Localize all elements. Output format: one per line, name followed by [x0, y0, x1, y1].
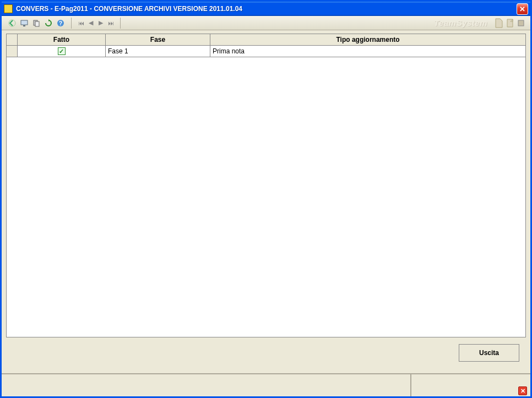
status-bar: ✕ — [2, 373, 530, 396]
grid-header: Fatto Fase Tipo aggiornamento — [7, 34, 525, 46]
doc-icon[interactable] — [494, 18, 504, 29]
column-header-tipo[interactable]: Tipo aggiornamento — [210, 34, 525, 45]
app-window: CONVERS - E-Pag2011 - CONVERSIONE ARCHIV… — [0, 0, 532, 398]
svg-rect-1 — [21, 20, 28, 25]
content-area: Fatto Fase Tipo aggiornamento ✓ Fase 1 P… — [2, 30, 530, 373]
svg-rect-4 — [35, 21, 39, 26]
cell-fase: Fase 1 — [106, 46, 210, 57]
copy-icon[interactable] — [31, 18, 41, 28]
table-row[interactable]: ✓ Fase 1 Prima nota — [7, 46, 525, 57]
app-icon — [4, 4, 13, 13]
toolbar-separator — [120, 18, 121, 29]
close-button[interactable]: ✕ — [517, 3, 528, 15]
titlebar: CONVERS - E-Pag2011 - CONVERSIONE ARCHIV… — [2, 2, 530, 16]
column-header-fase[interactable]: Fase — [106, 34, 210, 45]
cell-fatto: ✓ — [18, 46, 106, 57]
monitor-icon[interactable] — [19, 18, 29, 28]
row-selector[interactable] — [7, 46, 18, 57]
row-selector-header[interactable] — [7, 34, 18, 45]
nav-last-icon[interactable]: ⏭ — [107, 19, 115, 27]
svg-rect-2 — [23, 25, 25, 26]
toolbar: ? ⏮ ◀ ▶ ⏭ TeamSystem — [2, 16, 530, 30]
nav-first-icon[interactable]: ⏮ — [77, 19, 85, 27]
refresh-icon[interactable] — [44, 18, 53, 28]
check-icon: ✓ — [58, 47, 66, 55]
cell-tipo: Prima nota — [210, 46, 525, 57]
brand-logo: TeamSystem — [434, 18, 493, 28]
column-header-fatto[interactable]: Fatto — [18, 34, 106, 45]
svg-text:?: ? — [59, 20, 62, 26]
stop-icon[interactable] — [516, 18, 526, 29]
data-grid: Fatto Fase Tipo aggiornamento ✓ Fase 1 P… — [6, 34, 526, 337]
nav-next-icon[interactable]: ▶ — [97, 19, 105, 27]
help-icon[interactable]: ? — [56, 18, 66, 28]
toolbar-separator — [71, 18, 72, 29]
back-icon[interactable] — [7, 18, 17, 28]
status-close-icon[interactable]: ✕ — [518, 386, 527, 395]
doc-fold-icon[interactable] — [505, 18, 515, 29]
nav-prev-icon[interactable]: ◀ — [87, 19, 95, 27]
svg-rect-7 — [518, 20, 524, 26]
footer: Uscita — [6, 337, 526, 368]
status-left — [2, 374, 411, 396]
exit-button[interactable]: Uscita — [459, 344, 519, 362]
doc-icons-group — [494, 18, 528, 29]
status-right: ✕ — [411, 374, 530, 396]
window-title: CONVERS - E-Pag2011 - CONVERSIONE ARCHIV… — [16, 5, 517, 13]
